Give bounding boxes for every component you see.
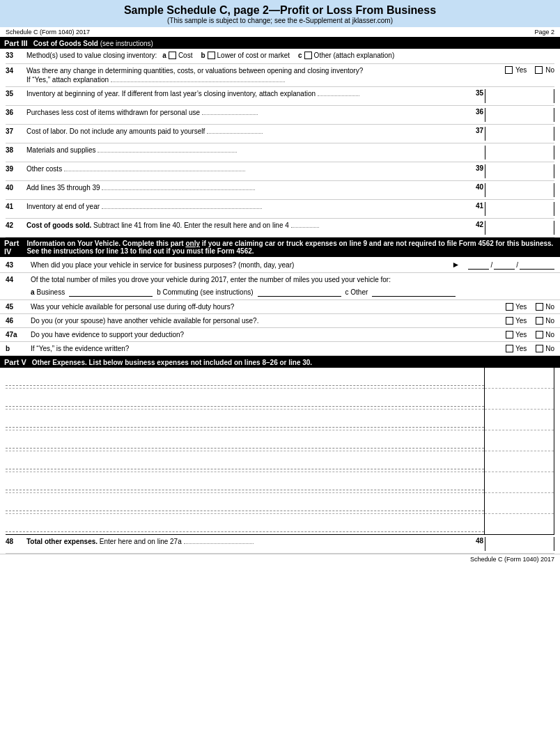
part5-label: Part V xyxy=(4,358,26,366)
row-36: 36 Purchases less cost of items withdraw… xyxy=(6,106,554,125)
row-48: 48 Total other expenses. Enter here and … xyxy=(6,535,554,554)
checkbox-46-yes[interactable] xyxy=(506,317,513,325)
date-year[interactable] xyxy=(520,260,554,270)
checkbox-47b-yes[interactable] xyxy=(506,345,513,352)
field-44b[interactable] xyxy=(258,287,341,297)
row-44-inputs: a Business b Commuting (see instructions… xyxy=(31,287,554,297)
row-34-yn: Yes No xyxy=(505,66,554,74)
expense-row-7 xyxy=(6,493,484,514)
label-45-no: No xyxy=(545,303,554,311)
checkbox-46-no[interactable] xyxy=(536,317,543,325)
part5-header: Part V Other Expenses. List below busine… xyxy=(0,357,560,368)
expense-line-6[interactable] xyxy=(6,481,484,490)
page-header: Sample Schedule C, page 2—Profit or Loss… xyxy=(0,0,560,27)
expense-line-2[interactable] xyxy=(6,397,484,407)
row-37-amount xyxy=(485,127,554,141)
page-title: Sample Schedule C, page 2—Profit or Loss… xyxy=(3,4,557,17)
label-47a-no: No xyxy=(545,331,554,338)
checkbox-47a-no[interactable] xyxy=(536,331,543,338)
row-36-num: 36 xyxy=(6,108,26,116)
expense-line-4[interactable] xyxy=(6,439,484,449)
row-35-amount xyxy=(485,89,554,103)
part4-header: Part IV Information on Your Vehicle. Com… xyxy=(0,237,560,257)
row-39: 39 Other costs 39 xyxy=(6,162,554,181)
row-42-label: Cost of goods sold. Subtract line 41 fro… xyxy=(26,221,471,230)
footer-form-ref: Schedule C (Form 1040) 2017 xyxy=(470,556,554,563)
row-48-fieldnum: 48 xyxy=(471,537,485,545)
row-39-label: Other costs xyxy=(26,164,471,173)
row-44-num: 44 xyxy=(6,276,31,283)
checkbox-33a[interactable] xyxy=(169,52,176,59)
row-34: 34 Was there any change in determining q… xyxy=(6,64,554,87)
row-36-amount xyxy=(485,108,554,122)
row-35-fieldnum: 35 xyxy=(471,89,485,97)
row-37: 37 Cost of labor. Do not include any amo… xyxy=(6,125,554,143)
label-33c: Other (attach explanation) xyxy=(314,52,395,59)
checkbox-34-yes[interactable] xyxy=(505,66,513,74)
row-47b-num: b xyxy=(6,345,31,352)
row-39-amount xyxy=(485,164,554,178)
checkbox-45-no[interactable] xyxy=(536,303,543,311)
row-46-num: 46 xyxy=(6,317,31,325)
row-33-a: a xyxy=(162,52,166,59)
amount-cell-3 xyxy=(485,410,554,430)
row-40-amount xyxy=(485,183,554,197)
expense-line-7[interactable] xyxy=(6,501,484,511)
label-34-no: No xyxy=(545,66,554,74)
row-42: 42 Cost of goods sold. Subtract line 41 … xyxy=(6,219,554,237)
part3-label: Part III xyxy=(4,39,28,47)
partv-label-col xyxy=(6,368,485,535)
amount-cell-8 xyxy=(485,514,554,535)
row-41-amount xyxy=(485,202,554,216)
row-42-num: 42 xyxy=(6,221,26,229)
field-44c[interactable] xyxy=(372,287,456,297)
row-44b-label: b Commuting (see instructions) xyxy=(157,288,253,296)
row-44a-letter: a xyxy=(31,288,35,296)
part4-section: 43 When did you place your vehicle in se… xyxy=(0,257,560,357)
row-48-amount xyxy=(485,537,554,551)
expense-row-3 xyxy=(6,410,484,430)
date-day[interactable] xyxy=(494,260,515,270)
label-33a: Cost xyxy=(178,52,193,59)
label-47b-no: No xyxy=(545,345,554,352)
expense-line-8[interactable] xyxy=(6,522,484,532)
expense-line-3[interactable] xyxy=(6,418,484,428)
label-47b-yes: Yes xyxy=(515,345,527,352)
checkbox-45-yes[interactable] xyxy=(506,303,513,311)
row-44a-label: Business xyxy=(37,288,65,296)
part3-title: Cost of Goods Sold (see instructions) xyxy=(33,40,153,47)
label-46-no: No xyxy=(545,317,554,325)
row-34-label: Was there any change in determining quan… xyxy=(26,66,505,84)
checkbox-33c[interactable] xyxy=(304,52,312,59)
expense-line-5[interactable] xyxy=(6,460,484,469)
top-bar: Schedule C (Form 1040) 2017 Page 2 xyxy=(0,27,560,38)
row-43-label: When did you place your vehicle in servi… xyxy=(31,261,449,269)
expense-row-1 xyxy=(6,368,484,389)
field-44a[interactable] xyxy=(69,287,153,297)
part5-section: 48 Total other expenses. Enter here and … xyxy=(0,368,560,554)
part3-header: Part III Cost of Goods Sold (see instruc… xyxy=(0,38,560,49)
page-num: Page 2 xyxy=(534,29,554,36)
row-47a: 47a Do you have evidence to support your… xyxy=(0,328,560,342)
row-40-num: 40 xyxy=(6,183,26,192)
expense-row-2 xyxy=(6,389,484,410)
checkbox-47b-no[interactable] xyxy=(536,345,543,352)
row-38-amount xyxy=(485,146,554,159)
checkbox-33b[interactable] xyxy=(208,52,215,59)
row-35: 35 Inventory at beginning of year. If di… xyxy=(6,87,554,106)
row-43-num: 43 xyxy=(6,261,31,269)
checkbox-47a-yes[interactable] xyxy=(506,331,513,338)
row-45-num: 45 xyxy=(6,303,31,311)
page-footer: Schedule C (Form 1040) 2017 xyxy=(0,554,560,564)
amount-cell-5 xyxy=(485,451,554,472)
row-37-fieldnum: 37 xyxy=(471,127,485,134)
date-month[interactable] xyxy=(468,260,489,270)
expense-line-1[interactable] xyxy=(6,376,484,386)
checkbox-34-no[interactable] xyxy=(535,66,543,74)
row-46-label: Do you (or your spouse) have another veh… xyxy=(31,317,506,325)
expense-row-5 xyxy=(6,451,484,472)
row-45: 45 Was your vehicle available for person… xyxy=(0,300,560,314)
row-33-top: 33 Method(s) used to value closing inven… xyxy=(6,51,394,59)
amount-cell-1 xyxy=(485,368,554,389)
date-field-43: / / xyxy=(468,260,554,270)
